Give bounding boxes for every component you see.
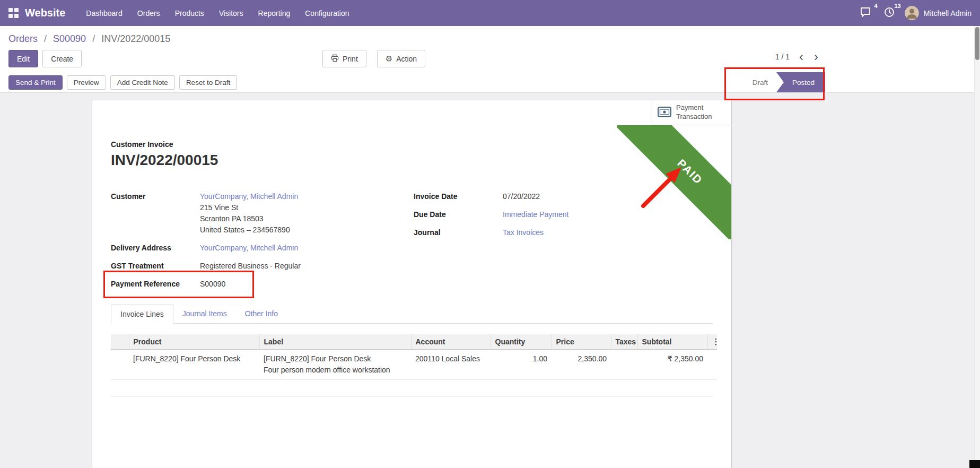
avatar: [905, 6, 919, 20]
column-header-subtotal[interactable]: Subtotal: [637, 334, 707, 350]
cell-subtotal[interactable]: ₹ 2,350.00: [637, 350, 707, 380]
journal-label: Journal: [414, 227, 503, 238]
tab-invoice-lines[interactable]: Invoice Lines: [111, 305, 173, 324]
breadcrumb-current: INV/2022/00015: [101, 33, 170, 44]
apps-menu-icon[interactable]: [8, 8, 19, 18]
customer-address-line: Scranton PA 18503: [200, 213, 298, 224]
document-type-label: Customer Invoice: [111, 140, 713, 149]
pager-count: 1 / 1: [775, 53, 790, 61]
field-customer: Customer YourCompany, Mitchell Admin 215…: [111, 191, 414, 236]
field-due-date: Due Date Immediate Payment: [414, 209, 569, 220]
activities-badge: 13: [894, 3, 900, 9]
delivery-address-label: Delivery Address: [111, 242, 200, 254]
journal-link[interactable]: Tax Invoices: [503, 228, 544, 237]
form-view-background: Payment Transaction PAID Customer Invoic…: [0, 93, 980, 468]
invoice-line-row[interactable]: [FURN_8220] Four Person Desk [FURN_8220]…: [111, 350, 717, 380]
clock-icon: [884, 7, 895, 20]
payment-terms-link[interactable]: Immediate Payment: [503, 210, 569, 219]
column-header-product[interactable]: Product: [129, 334, 259, 350]
totals-separator: [111, 396, 713, 396]
main-menu: Dashboard Orders Products Visitors Repor…: [79, 5, 356, 21]
smart-button-label-line2: Transaction: [676, 112, 712, 120]
messages-button[interactable]: 4: [857, 5, 874, 21]
document-number: INV/2022/00015: [111, 152, 713, 169]
invoice-date-label: Invoice Date: [414, 191, 503, 202]
smart-button-label-line1: Payment: [676, 103, 703, 111]
payment-reference-value: S00090: [200, 279, 225, 290]
tab-other-info[interactable]: Other Info: [236, 305, 287, 323]
cell-price[interactable]: 2,350.00: [552, 350, 611, 380]
preview-button[interactable]: Preview: [67, 75, 106, 90]
pager-prev-button[interactable]: ‹: [798, 52, 804, 62]
field-delivery-address: Delivery Address YourCompany, Mitchell A…: [111, 242, 414, 254]
chevron-right-icon: ›: [814, 49, 818, 64]
nav-item-visitors[interactable]: Visitors: [212, 5, 250, 21]
send-and-print-button[interactable]: Send & Print: [8, 75, 63, 90]
edit-button[interactable]: Edit: [8, 50, 38, 67]
state-widget: Draft Posted: [744, 72, 825, 92]
breadcrumb-sale-order[interactable]: S00090: [53, 33, 86, 44]
breadcrumb-orders[interactable]: Orders: [8, 33, 38, 44]
cell-account[interactable]: 200110 Local Sales: [411, 350, 491, 380]
vertical-scrollbar[interactable]: [974, 26, 980, 468]
payment-reference-label: Payment Reference: [111, 279, 200, 290]
cell-quantity[interactable]: 1.00: [491, 350, 552, 380]
state-draft[interactable]: Draft: [744, 72, 776, 92]
nav-item-configuration[interactable]: Configuration: [298, 5, 356, 21]
column-header-price[interactable]: Price: [552, 334, 611, 350]
notebook-tabs: Invoice Lines Journal Items Other Info: [111, 305, 713, 324]
top-navbar: Website Dashboard Orders Products Visito…: [0, 0, 980, 26]
field-gst-treatment: GST Treatment Registered Business - Regu…: [111, 261, 414, 272]
scrollbar-corner: [969, 460, 980, 468]
add-credit-note-button[interactable]: Add Credit Note: [110, 75, 175, 90]
cell-taxes[interactable]: [611, 350, 637, 380]
chevron-left-icon: ‹: [799, 49, 803, 64]
messages-badge: 4: [874, 3, 878, 9]
customer-label: Customer: [111, 191, 200, 236]
row-handle: [111, 350, 129, 380]
print-label: Print: [343, 55, 358, 63]
optional-columns-icon[interactable]: ⋮: [707, 334, 717, 350]
pager-next-button[interactable]: ›: [813, 52, 819, 62]
payment-transaction-button[interactable]: Payment Transaction: [652, 100, 731, 125]
field-journal: Journal Tax Invoices: [414, 227, 569, 238]
gear-icon: ⚙: [386, 55, 392, 63]
nav-item-reporting[interactable]: Reporting: [251, 5, 298, 21]
reset-to-draft-button[interactable]: Reset to Draft: [179, 75, 237, 90]
due-date-label: Due Date: [414, 209, 503, 220]
cell-product[interactable]: [FURN_8220] Four Person Desk: [129, 350, 259, 380]
money-icon: [658, 107, 671, 119]
line-label: [FURN_8220] Four Person Desk: [264, 353, 407, 365]
user-menu[interactable]: Mitchell Admin: [905, 6, 972, 20]
nav-item-orders[interactable]: Orders: [130, 5, 167, 21]
statusbar: Send & Print Preview Add Credit Note Res…: [0, 72, 980, 93]
column-header-taxes[interactable]: Taxes: [611, 334, 637, 350]
control-panel: Edit Create Print ⚙ Action 1 / 1 ‹ ›: [0, 45, 980, 72]
nav-item-products[interactable]: Products: [168, 5, 211, 21]
column-header-account[interactable]: Account: [411, 334, 491, 350]
invoice-lines-table: Product Label Account Quantity Price Tax…: [111, 334, 717, 380]
customer-link[interactable]: YourCompany, Mitchell Admin: [200, 192, 298, 201]
tab-journal-items[interactable]: Journal Items: [173, 305, 236, 323]
column-header-label[interactable]: Label: [259, 334, 411, 350]
cell-label[interactable]: [FURN_8220] Four Person Desk Four person…: [259, 350, 411, 380]
activities-button[interactable]: 13: [881, 5, 897, 21]
nav-item-dashboard[interactable]: Dashboard: [79, 5, 129, 21]
column-header-quantity[interactable]: Quantity: [491, 334, 552, 350]
cell-options: [707, 350, 717, 380]
action-button[interactable]: ⚙ Action: [377, 50, 425, 67]
gst-treatment-label: GST Treatment: [111, 261, 200, 272]
delivery-address-link[interactable]: YourCompany, Mitchell Admin: [200, 244, 298, 252]
state-posted[interactable]: Posted: [776, 72, 825, 92]
customer-address-line: United States – 234567890: [200, 224, 298, 236]
print-button[interactable]: Print: [322, 50, 366, 67]
field-payment-reference: Payment Reference S00090: [111, 279, 414, 290]
pager: 1 / 1 ‹ ›: [775, 52, 819, 62]
create-button[interactable]: Create: [42, 50, 82, 67]
user-name: Mitchell Admin: [924, 9, 972, 18]
scrollbar-thumb[interactable]: [975, 27, 979, 60]
breadcrumb: Orders / S00090 / INV/2022/00015: [0, 26, 980, 45]
app-name[interactable]: Website: [25, 7, 65, 19]
invoice-date-value: 07/20/2022: [503, 191, 540, 202]
line-description: Four person modern office workstation: [264, 365, 407, 376]
